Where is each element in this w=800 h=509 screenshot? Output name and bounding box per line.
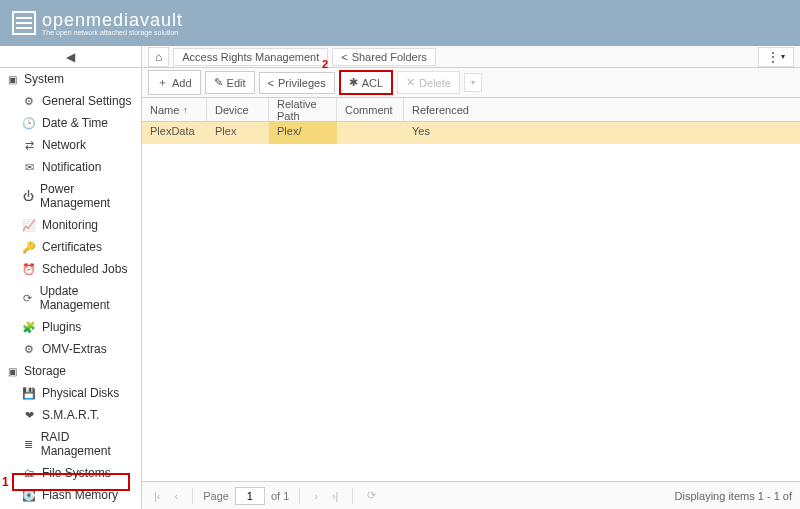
- pager-display-text: Displaying items 1 - 1 of: [675, 490, 792, 502]
- sidebar-item-smart[interactable]: ❤S.M.A.R.T.: [0, 404, 141, 426]
- person-icon: ✱: [349, 76, 358, 89]
- breadcrumb-home[interactable]: ⌂: [148, 47, 169, 67]
- sidebar-item-notification[interactable]: ✉Notification: [0, 156, 141, 178]
- clock-icon: 🕒: [22, 117, 36, 130]
- column-relative-path[interactable]: Relative Path: [269, 98, 337, 121]
- chart-icon: 📈: [22, 219, 36, 232]
- sidebar-item-physical-disks[interactable]: 💾Physical Disks: [0, 382, 141, 404]
- sidebar-item-monitoring[interactable]: 📈Monitoring: [0, 214, 141, 236]
- pager-page-label: Page: [203, 490, 229, 502]
- sidebar-item-certificates[interactable]: 🔑Certificates: [0, 236, 141, 258]
- annotation-1: 1: [2, 475, 9, 489]
- cell-name: PlexData: [142, 122, 207, 144]
- pager-page-input[interactable]: [235, 487, 265, 505]
- heart-icon: ❤: [22, 409, 36, 422]
- share-icon: <: [341, 51, 347, 63]
- sort-asc-icon: ↑: [183, 105, 188, 115]
- toolbar: ＋Add ✎Edit <Privileges ✱ACL ✕Delete ▾ 2: [142, 68, 800, 98]
- sidebar-section-storage[interactable]: ▣Storage: [0, 360, 141, 382]
- edit-button[interactable]: ✎Edit: [205, 71, 255, 94]
- sidebar-item-update-management[interactable]: ⟳Update Management: [0, 280, 141, 316]
- sidebar-item-general-settings[interactable]: ⚙General Settings: [0, 90, 141, 112]
- pager-of-label: of 1: [271, 490, 289, 502]
- add-button[interactable]: ＋Add: [148, 70, 201, 95]
- delete-button: ✕Delete: [397, 71, 460, 94]
- sidebar: ◀ ▣System ⚙General Settings 🕒Date & Time…: [0, 46, 142, 509]
- logo: openmediavault The open network attached…: [12, 11, 183, 36]
- pager-last-button[interactable]: ›|: [328, 490, 343, 502]
- sidebar-section-system[interactable]: ▣System: [0, 68, 141, 90]
- sidebar-item-plugins[interactable]: 🧩Plugins: [0, 316, 141, 338]
- cell-comment: [337, 122, 404, 144]
- key-icon: 🔑: [22, 241, 36, 254]
- pager-first-button[interactable]: |‹: [150, 490, 165, 502]
- sidebar-item-power-management[interactable]: ⏻Power Management: [0, 178, 141, 214]
- pager-next-button[interactable]: ›: [310, 490, 322, 502]
- acl-button[interactable]: ✱ACL: [339, 70, 393, 95]
- x-icon: ✕: [406, 76, 415, 89]
- breadcrumb-item-1[interactable]: Access Rights Management: [173, 48, 328, 66]
- pager-prev-button[interactable]: ‹: [171, 490, 183, 502]
- sidebar-item-network[interactable]: ⇄Network: [0, 134, 141, 156]
- puzzle-icon: 🧩: [22, 321, 36, 334]
- app-header: openmediavault The open network attached…: [0, 0, 800, 46]
- logo-title: openmediavault: [42, 11, 183, 29]
- stack-icon: ≣: [22, 438, 35, 451]
- column-referenced[interactable]: Referenced: [404, 98, 800, 121]
- column-comment[interactable]: Comment: [337, 98, 404, 121]
- main-panel: ⌂ Access Rights Management <Shared Folde…: [142, 46, 800, 509]
- sidebar-item-scheduled-jobs[interactable]: ⏰Scheduled Jobs: [0, 258, 141, 280]
- column-device[interactable]: Device: [207, 98, 269, 121]
- breadcrumb-menu-button[interactable]: ⋮ ▾: [758, 47, 794, 67]
- gear-icon: ⚙: [22, 95, 36, 108]
- logo-subtitle: The open network attached storage soluti…: [42, 29, 183, 36]
- table-row[interactable]: PlexData Plex Plex/ Yes: [142, 122, 800, 144]
- sidebar-item-omv-extras[interactable]: ⚙OMV-Extras: [0, 338, 141, 360]
- cell-relpath: Plex/: [269, 122, 337, 144]
- update-icon: ⟳: [22, 292, 34, 305]
- delete-menu-button: ▾: [464, 73, 482, 92]
- edit-icon: ✎: [214, 76, 223, 89]
- cell-device: Plex: [207, 122, 269, 144]
- annotation-2: 2: [322, 58, 328, 70]
- annotation-1-box: [12, 473, 130, 491]
- logo-icon: [12, 11, 36, 35]
- column-name[interactable]: Name↑: [142, 98, 207, 121]
- sidebar-item-raid-management[interactable]: ≣RAID Management: [0, 426, 141, 462]
- share-icon: <: [268, 77, 274, 89]
- pager-refresh-button[interactable]: ⟳: [363, 489, 380, 502]
- mail-icon: ✉: [22, 161, 36, 174]
- privileges-button[interactable]: <Privileges: [259, 72, 335, 94]
- sidebar-item-date-time[interactable]: 🕒Date & Time: [0, 112, 141, 134]
- network-icon: ⇄: [22, 139, 36, 152]
- table-header: Name↑ Device Relative Path Comment Refer…: [142, 98, 800, 122]
- breadcrumb: ⌂ Access Rights Management <Shared Folde…: [142, 46, 800, 68]
- power-icon: ⏻: [22, 190, 34, 202]
- sidebar-collapse-button[interactable]: ◀: [0, 46, 141, 68]
- alarm-icon: ⏰: [22, 263, 36, 276]
- plus-icon: ＋: [157, 75, 168, 90]
- disk-icon: 💾: [22, 387, 36, 400]
- cell-ref: Yes: [404, 122, 800, 144]
- pager: |‹ ‹ Page of 1 › ›| ⟳ Displaying items 1…: [142, 481, 800, 509]
- breadcrumb-item-2[interactable]: <Shared Folders: [332, 48, 436, 66]
- gear-icon: ⚙: [22, 343, 36, 356]
